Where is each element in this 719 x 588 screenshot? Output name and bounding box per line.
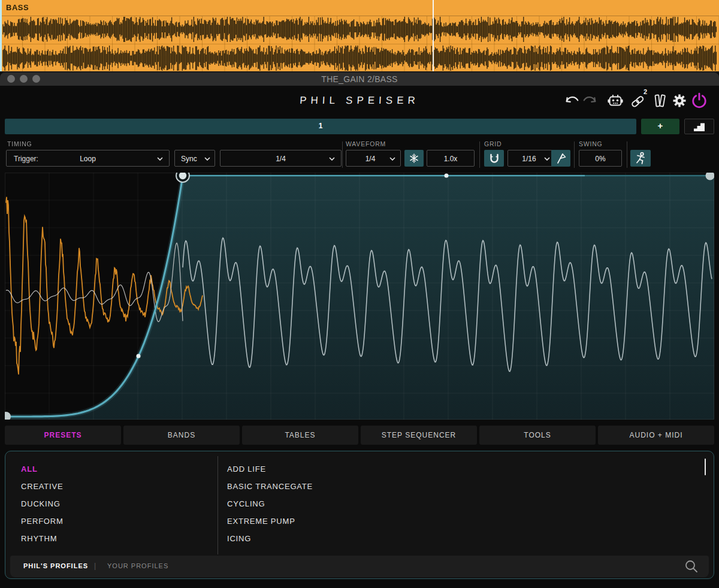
performance-mode-button[interactable] xyxy=(630,150,651,167)
swing-section-label: SWING xyxy=(579,140,603,147)
preset-extreme-pump[interactable]: EXTREME PUMP xyxy=(227,517,295,526)
tab-tables[interactable]: TABLES xyxy=(242,426,358,445)
trigger-dropdown[interactable]: Trigger: Loop xyxy=(6,150,170,167)
category-all[interactable]: ALL xyxy=(21,465,38,474)
curve-tension-handle[interactable] xyxy=(137,354,141,358)
waveform-rate-dropdown[interactable]: 1/4 xyxy=(346,150,401,167)
tab-bands[interactable]: BANDS xyxy=(123,426,240,445)
tab-tools[interactable]: TOOLS xyxy=(479,426,596,445)
clip-name-label: BASS xyxy=(6,3,29,12)
undo-button[interactable] xyxy=(564,92,581,109)
window-titlebar: THE_GAIN 2/BASS xyxy=(0,73,719,86)
preset-basic-trancegate[interactable]: BASIC TRANCEGATE xyxy=(227,482,313,491)
category-creative[interactable]: CREATIVE xyxy=(21,482,63,491)
library-button[interactable] xyxy=(652,92,669,109)
redo-icon xyxy=(581,92,598,109)
search-icon xyxy=(686,561,697,572)
tab-audio-midi[interactable]: AUDIO + MIDI xyxy=(598,426,714,445)
settings-button[interactable] xyxy=(671,92,688,109)
your-profiles-toggle[interactable]: YOUR PROFILES xyxy=(107,562,168,569)
footer-divider: | xyxy=(94,562,96,570)
window-title: THE_GAIN 2/BASS xyxy=(0,74,719,84)
snap-magnet-button[interactable] xyxy=(484,150,504,167)
power-icon xyxy=(690,92,708,110)
robot-icon xyxy=(607,92,624,109)
sync-dropdown[interactable]: Sync xyxy=(174,150,215,167)
section-divider xyxy=(479,141,480,168)
undo-icon xyxy=(564,92,581,109)
preset-add-life[interactable]: ADD LIFE xyxy=(227,465,266,474)
daw-audio-clip[interactable]: BASS xyxy=(0,0,719,73)
pin-button[interactable] xyxy=(551,150,570,167)
preset-icing[interactable]: ICING xyxy=(227,534,251,543)
section-divider xyxy=(627,141,627,168)
gear-icon xyxy=(671,92,688,109)
flag-pin-icon xyxy=(555,150,567,167)
chevron-down-icon xyxy=(389,157,395,161)
trigger-value: Loop xyxy=(7,155,169,163)
chevron-down-icon xyxy=(329,157,335,161)
brand-logo: PHIL SPEISER xyxy=(300,95,420,107)
clip-waveform-canvas[interactable] xyxy=(0,0,719,73)
timing-section-label: TIMING xyxy=(7,140,32,147)
section-divider xyxy=(574,141,575,168)
timing-rate-dropdown[interactable]: 1/4 xyxy=(220,150,342,167)
link-count-badge: 2 xyxy=(644,88,647,95)
band-select-bar[interactable]: 1 xyxy=(5,119,636,134)
scrollbar-thumb[interactable] xyxy=(705,459,706,475)
preset-browser-panel: ALL CREATIVE DUCKING PERFORM RHYTHM ADD … xyxy=(5,451,714,579)
chevron-down-icon xyxy=(204,157,210,161)
tab-presets[interactable]: PRESETS xyxy=(5,426,121,445)
timing-rate-value: 1/4 xyxy=(220,155,341,163)
runner-icon xyxy=(633,150,648,167)
chevron-down-icon xyxy=(157,157,163,161)
plugin-window: BASS THE_GAIN 2/BASS PHIL SPEISER xyxy=(0,0,719,588)
envelope-editor[interactable] xyxy=(5,173,714,420)
books-icon xyxy=(652,92,669,109)
waveform-section-label: WAVEFORM xyxy=(346,140,386,147)
selected-band-label: 1 xyxy=(5,122,636,130)
add-band-button[interactable]: + xyxy=(641,119,679,134)
search-button[interactable] xyxy=(684,559,699,574)
category-ducking[interactable]: DUCKING xyxy=(21,499,61,508)
assistant-button[interactable] xyxy=(607,92,624,109)
category-perform[interactable]: PERFORM xyxy=(21,517,64,526)
redo-button[interactable] xyxy=(581,92,598,109)
category-rhythm[interactable]: RHYTHM xyxy=(21,534,57,543)
grid-division-dropdown[interactable]: 1/16 xyxy=(507,150,555,167)
tab-step-sequencer[interactable]: STEP SEQUENCER xyxy=(361,426,477,445)
swing-amount-field[interactable]: 0% xyxy=(579,150,622,167)
step-view-button[interactable] xyxy=(684,119,714,134)
stairs-icon xyxy=(693,122,705,132)
swing-amount-value: 0% xyxy=(579,155,621,163)
segment-midpoint-handle[interactable] xyxy=(445,174,449,178)
column-divider xyxy=(217,456,218,554)
freeze-button[interactable] xyxy=(404,150,424,167)
stretch-value: 1.0x xyxy=(427,155,474,163)
profiles-footer: PHIL'S PROFILES | YOUR PROFILES xyxy=(10,556,709,577)
magnet-icon xyxy=(488,150,500,167)
sync-value: Sync xyxy=(181,155,197,163)
snowflake-icon xyxy=(409,150,419,167)
grid-section-label: GRID xyxy=(484,140,502,147)
chevron-down-icon xyxy=(544,157,550,161)
preset-cycling[interactable]: CYCLING xyxy=(227,499,265,508)
phils-profiles-toggle[interactable]: PHIL'S PROFILES xyxy=(23,562,88,569)
stretch-value-field[interactable]: 1.0x xyxy=(427,150,475,167)
power-button[interactable] xyxy=(690,92,708,110)
